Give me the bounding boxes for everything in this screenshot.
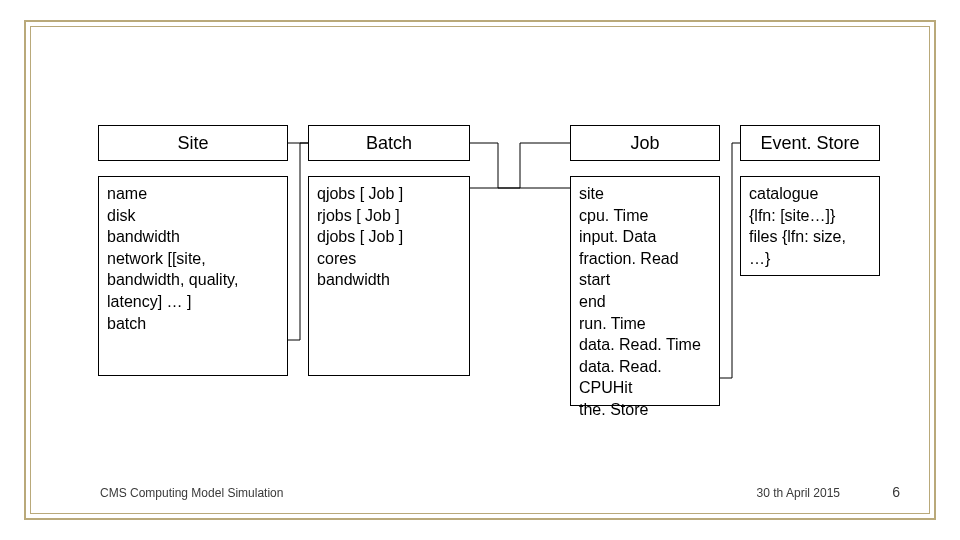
class-attr-row: disk xyxy=(107,205,279,227)
class-attrs-batch: qjobs [ Job ]rjobs [ Job ]djobs [ Job ]c… xyxy=(308,176,470,376)
class-attr-row: start xyxy=(579,269,711,291)
class-attr-row: name xyxy=(107,183,279,205)
class-attr-row: batch xyxy=(107,313,279,335)
class-attr-row: files {lfn: size, …} xyxy=(749,226,871,269)
class-attr-row: run. Time xyxy=(579,313,711,335)
class-attr-row: djobs [ Job ] xyxy=(317,226,461,248)
class-title-job: Job xyxy=(570,125,720,161)
class-attr-row: qjobs [ Job ] xyxy=(317,183,461,205)
footer-date: 30 th April 2015 xyxy=(757,486,840,500)
class-attrs-eventstore: catalogue{lfn: [site…]}files {lfn: size,… xyxy=(740,176,880,276)
class-title-eventstore: Event. Store xyxy=(740,125,880,161)
class-attr-row: bandwidth xyxy=(107,226,279,248)
footer-title: CMS Computing Model Simulation xyxy=(100,486,283,500)
class-attr-row: {lfn: [site…]} xyxy=(749,205,871,227)
class-attr-row: bandwidth xyxy=(317,269,461,291)
class-attr-row: cores xyxy=(317,248,461,270)
class-attr-row: rjobs [ Job ] xyxy=(317,205,461,227)
class-title-batch: Batch xyxy=(308,125,470,161)
class-attr-row: data. Read. Time xyxy=(579,334,711,356)
class-attr-row: site xyxy=(579,183,711,205)
slide: Sitenamediskbandwidthnetwork [[site, ban… xyxy=(0,0,960,540)
class-attr-row: fraction. Read xyxy=(579,248,711,270)
class-attr-row: data. Read. CPUHit xyxy=(579,356,711,399)
class-attrs-job: sitecpu. Timeinput. Datafraction. Readst… xyxy=(570,176,720,406)
page-number: 6 xyxy=(892,484,900,500)
class-attr-row: the. Store xyxy=(579,399,711,421)
class-attr-row: catalogue xyxy=(749,183,871,205)
class-attr-row: input. Data xyxy=(579,226,711,248)
class-attrs-site: namediskbandwidthnetwork [[site, bandwid… xyxy=(98,176,288,376)
class-attr-row: network [[site, bandwidth, quality, late… xyxy=(107,248,279,313)
class-attr-row: cpu. Time xyxy=(579,205,711,227)
class-title-site: Site xyxy=(98,125,288,161)
class-attr-row: end xyxy=(579,291,711,313)
